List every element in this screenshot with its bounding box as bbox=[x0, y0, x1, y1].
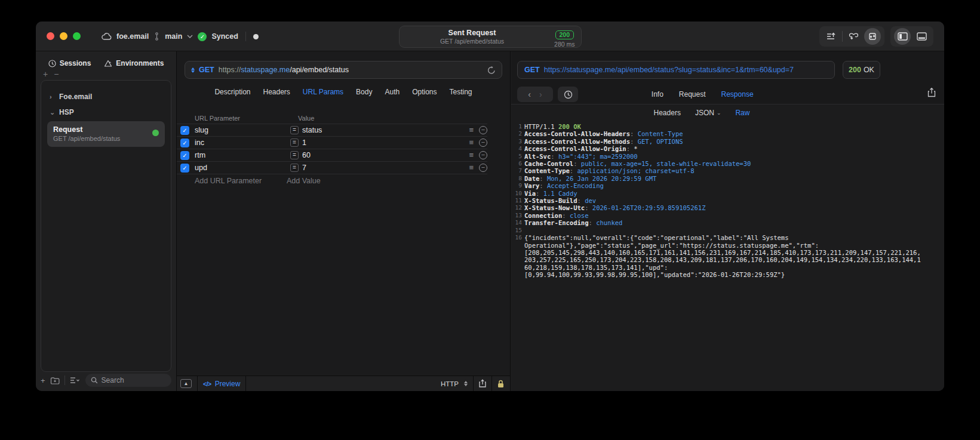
response-subtab-json[interactable]: JSON⌄ bbox=[695, 109, 721, 117]
close-window-button[interactable] bbox=[47, 32, 54, 40]
minimize-window-button[interactable] bbox=[60, 32, 67, 40]
param-name[interactable]: slug bbox=[189, 126, 287, 134]
param-value[interactable]: 1 bbox=[299, 139, 469, 147]
sessions-tab-label: Sessions bbox=[60, 59, 91, 67]
forward-arrow-icon[interactable]: › bbox=[539, 90, 542, 99]
code-brackets-icon: </> bbox=[203, 380, 211, 387]
param-checkbox[interactable]: ✓ bbox=[180, 164, 189, 173]
response-code-line: 1HTTP/1.1 200 OK bbox=[511, 123, 944, 130]
request-item-subtitle: GET /api/embed/status bbox=[53, 134, 159, 143]
response-tabs: InfoRequestResponse bbox=[652, 86, 754, 103]
response-code-line: 3Access-Control-Allow-Methods: GET, OPTI… bbox=[511, 138, 944, 145]
response-code-line: 15 bbox=[511, 227, 944, 234]
param-value[interactable]: 60 bbox=[299, 151, 469, 159]
chevron-right-icon[interactable]: › bbox=[50, 93, 54, 100]
remove-param-icon[interactable]: − bbox=[479, 151, 487, 159]
line-number: 1 bbox=[511, 123, 524, 130]
param-value[interactable]: status bbox=[299, 126, 469, 134]
export-response-icon[interactable] bbox=[927, 87, 936, 97]
line-number bbox=[511, 264, 524, 271]
line-number bbox=[511, 256, 524, 263]
add-session-button[interactable]: + bbox=[43, 71, 48, 77]
request-tab-auth[interactable]: Auth bbox=[385, 88, 400, 96]
response-code-line: 16{"incidents":null,"overall":{"code":"o… bbox=[511, 234, 944, 241]
search-input[interactable] bbox=[102, 376, 166, 384]
session-dot-icon[interactable] bbox=[253, 34, 259, 39]
branch-name[interactable]: main bbox=[165, 32, 182, 41]
url-params-table: URL Parameter Value ✓slug=status≡−✓inc=1… bbox=[177, 112, 510, 187]
param-menu-icon[interactable]: ≡ bbox=[469, 127, 474, 133]
add-url-parameter-placeholder[interactable]: Add URL Parameter bbox=[177, 177, 280, 185]
param-checkbox[interactable]: ✓ bbox=[180, 126, 189, 135]
remove-param-icon[interactable]: − bbox=[479, 139, 487, 147]
response-subtab-headers[interactable]: Headers bbox=[654, 109, 681, 117]
request-tab-url-params[interactable]: URL Params bbox=[303, 88, 343, 96]
search-field[interactable] bbox=[85, 374, 171, 387]
request-tab-body[interactable]: Body bbox=[356, 88, 372, 96]
request-tab-description[interactable]: Description bbox=[214, 88, 250, 96]
response-status-box: 200 OK bbox=[843, 61, 880, 79]
request-tab-options[interactable]: Options bbox=[412, 88, 437, 96]
request-method[interactable]: GET bbox=[199, 66, 214, 74]
new-folder-icon[interactable] bbox=[50, 377, 60, 384]
param-menu-icon[interactable]: ≡ bbox=[469, 165, 474, 171]
remove-param-icon[interactable]: − bbox=[479, 126, 487, 134]
param-menu-icon[interactable]: ≡ bbox=[469, 140, 474, 146]
preview-button[interactable]: </> Preview bbox=[203, 380, 240, 388]
sent-request-pill[interactable]: Sent Request GET /api/embed/status 200 2… bbox=[399, 26, 582, 48]
request-url[interactable]: https://statuspage.me/api/embed/status bbox=[219, 66, 483, 74]
param-value[interactable]: 7 bbox=[299, 164, 469, 172]
param-checkbox[interactable]: ✓ bbox=[180, 151, 189, 160]
sync-loop-icon[interactable] bbox=[845, 28, 862, 45]
request-tab-label: Description bbox=[214, 88, 250, 96]
response-code-line: 60,218,159,138,178,135,173,141],"upd": bbox=[511, 264, 944, 271]
method-stepper-icon[interactable] bbox=[191, 67, 195, 73]
param-row-rtm: ✓rtm=60≡− bbox=[177, 149, 487, 162]
param-row-inc: ✓inc=1≡− bbox=[177, 137, 487, 149]
add-request-button[interactable]: + bbox=[41, 376, 45, 385]
collapse-panel-icon[interactable]: ▲ bbox=[180, 379, 192, 388]
tree-item-hsp[interactable]: ⌄ HSP bbox=[46, 104, 166, 120]
branch-icon bbox=[153, 32, 160, 41]
protocol-stepper-icon[interactable] bbox=[464, 381, 468, 386]
param-checkbox[interactable]: ✓ bbox=[180, 139, 189, 147]
request-list-item[interactable]: Request GET /api/embed/status bbox=[47, 121, 165, 147]
import-export-icon[interactable] bbox=[823, 28, 840, 45]
response-url-box[interactable]: GET https://statuspage.me/api/embed/stat… bbox=[517, 61, 835, 79]
back-arrow-icon[interactable]: ‹ bbox=[528, 90, 531, 99]
request-duration: 280 ms bbox=[554, 41, 575, 48]
param-name[interactable]: inc bbox=[189, 139, 287, 147]
response-tab-response[interactable]: Response bbox=[721, 90, 754, 99]
zoom-window-button[interactable] bbox=[73, 32, 81, 40]
remove-session-button[interactable]: − bbox=[54, 71, 59, 77]
request-url-bar[interactable]: GET https://statuspage.me/api/embed/stat… bbox=[185, 61, 502, 79]
history-clock-icon[interactable] bbox=[558, 87, 578, 102]
tab-sessions[interactable]: Sessions bbox=[48, 59, 91, 67]
sort-options-icon[interactable] bbox=[70, 377, 81, 384]
response-body[interactable]: 1HTTP/1.1 200 OK2Access-Control-Allow-He… bbox=[511, 121, 944, 391]
param-name[interactable]: upd bbox=[189, 164, 287, 172]
chevron-down-icon[interactable] bbox=[187, 35, 193, 38]
response-subtab-raw[interactable]: Raw bbox=[735, 109, 749, 117]
protocol-selector[interactable]: HTTP bbox=[441, 380, 459, 387]
line-number: 8 bbox=[511, 175, 524, 182]
add-param-row[interactable]: Add URL Parameter Add Value bbox=[177, 174, 487, 187]
tab-environments[interactable]: Environments bbox=[104, 59, 164, 67]
response-tab-request[interactable]: Request bbox=[679, 90, 706, 99]
resend-icon[interactable] bbox=[487, 66, 496, 75]
response-panel: GET https://statuspage.me/api/embed/stat… bbox=[511, 51, 944, 391]
send-receive-panel-icon[interactable] bbox=[864, 28, 881, 45]
request-tab-testing[interactable]: Testing bbox=[450, 88, 472, 96]
request-tab-headers[interactable]: Headers bbox=[263, 88, 290, 96]
param-menu-icon[interactable]: ≡ bbox=[469, 152, 474, 158]
project-name[interactable]: foe.email bbox=[116, 32, 149, 41]
tree-item-foe-email[interactable]: › Foe.email bbox=[46, 89, 166, 104]
chevron-down-icon[interactable]: ⌄ bbox=[50, 109, 54, 116]
toggle-sidebar-icon[interactable] bbox=[894, 28, 911, 45]
add-value-placeholder[interactable]: Add Value bbox=[280, 177, 321, 185]
param-name[interactable]: rtm bbox=[189, 151, 287, 159]
remove-param-icon[interactable]: − bbox=[479, 164, 487, 172]
toggle-bottom-panel-icon[interactable] bbox=[913, 28, 930, 45]
share-icon[interactable] bbox=[479, 379, 486, 388]
response-tab-info[interactable]: Info bbox=[652, 90, 663, 99]
